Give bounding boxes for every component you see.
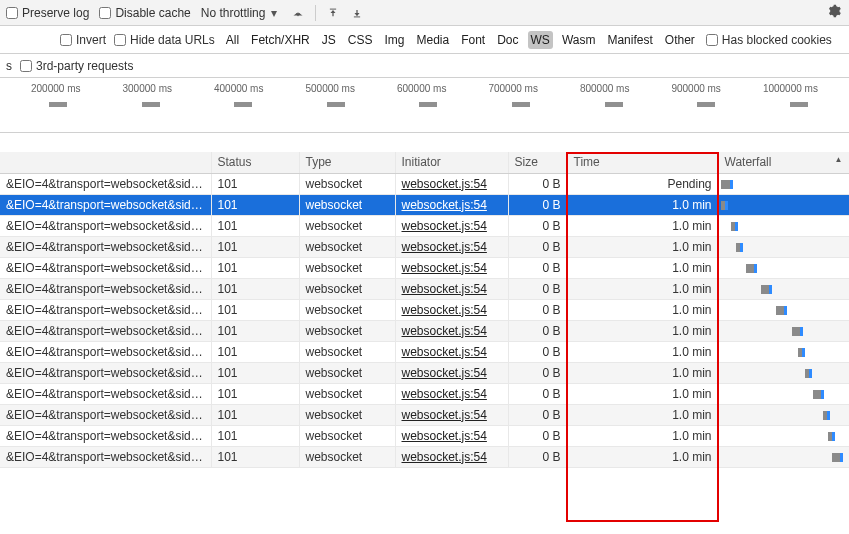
table-row[interactable]: &EIO=4&transport=websocket&sid=...101web… <box>0 236 849 257</box>
initiator-link[interactable]: websocket.js:54 <box>402 219 487 233</box>
disable-cache-checkbox-wrap[interactable]: Disable cache <box>99 6 190 20</box>
filter-tab-media[interactable]: Media <box>413 31 452 49</box>
initiator-link[interactable]: websocket.js:54 <box>402 366 487 380</box>
upload-icon[interactable] <box>326 6 340 20</box>
cell-name[interactable]: &EIO=4&transport=websocket&sid=... <box>0 404 211 425</box>
cell-status: 101 <box>211 215 299 236</box>
table-row[interactable]: &EIO=4&transport=websocket&sid=...101web… <box>0 425 849 446</box>
filter-tab-wasm[interactable]: Wasm <box>559 31 599 49</box>
third-party-checkbox-wrap[interactable]: 3rd-party requests <box>20 59 133 73</box>
cell-name[interactable]: &EIO=4&transport=websocket&sid=... <box>0 194 211 215</box>
waterfall-download-bar <box>827 411 830 420</box>
svg-rect-1 <box>330 8 336 9</box>
initiator-link[interactable]: websocket.js:54 <box>402 177 487 191</box>
timeline-tick: 300000 ms <box>122 83 171 94</box>
table-row[interactable]: &EIO=4&transport=websocket&sid=...101web… <box>0 299 849 320</box>
col-header-type[interactable]: Type <box>299 152 395 173</box>
cell-name[interactable]: &EIO=4&transport=websocket&sid=... <box>0 383 211 404</box>
timeline-bar <box>605 102 623 107</box>
filter-tab-ws[interactable]: WS <box>528 31 553 49</box>
cell-waterfall <box>718 236 849 257</box>
initiator-link[interactable]: websocket.js:54 <box>402 429 487 443</box>
initiator-link[interactable]: websocket.js:54 <box>402 261 487 275</box>
timeline-overview[interactable]: 200000 ms300000 ms400000 ms500000 ms6000… <box>0 78 849 133</box>
preserve-log-label: Preserve log <box>22 6 89 20</box>
cell-name[interactable]: &EIO=4&transport=websocket&sid=... <box>0 257 211 278</box>
filter-tab-doc[interactable]: Doc <box>494 31 521 49</box>
col-header-initiator[interactable]: Initiator <box>395 152 508 173</box>
table-row[interactable]: &EIO=4&transport=websocket&sid=...101web… <box>0 404 849 425</box>
table-row[interactable]: &EIO=4&transport=websocket&sid=...101web… <box>0 320 849 341</box>
initiator-link[interactable]: websocket.js:54 <box>402 303 487 317</box>
cell-status: 101 <box>211 341 299 362</box>
cell-type: websocket <box>299 341 395 362</box>
cell-name[interactable]: &EIO=4&transport=websocket&sid=... <box>0 173 211 194</box>
col-header-name[interactable] <box>0 152 211 173</box>
cell-waterfall <box>718 320 849 341</box>
cell-initiator: websocket.js:54 <box>395 299 508 320</box>
table-row[interactable]: &EIO=4&transport=websocket&sid=...101web… <box>0 341 849 362</box>
filter-tab-manifest[interactable]: Manifest <box>604 31 655 49</box>
cell-type: websocket <box>299 404 395 425</box>
table-row[interactable]: &EIO=4&transport=websocket&sid=...101web… <box>0 383 849 404</box>
hide-data-urls-checkbox-wrap[interactable]: Hide data URLs <box>114 33 215 47</box>
waterfall-download-bar <box>840 453 843 462</box>
filter-tab-css[interactable]: CSS <box>345 31 376 49</box>
download-icon[interactable] <box>350 6 364 20</box>
table-row[interactable]: &EIO=4&transport=websocket&sid=...101web… <box>0 362 849 383</box>
cell-time: 1.0 min <box>567 194 718 215</box>
initiator-link[interactable]: websocket.js:54 <box>402 387 487 401</box>
col-header-status[interactable]: Status <box>211 152 299 173</box>
cell-name[interactable]: &EIO=4&transport=websocket&sid=... <box>0 320 211 341</box>
filter-tab-font[interactable]: Font <box>458 31 488 49</box>
waterfall-download-bar <box>735 222 738 231</box>
table-row[interactable]: &EIO=4&transport=websocket&sid=...101web… <box>0 257 849 278</box>
cell-name[interactable]: &EIO=4&transport=websocket&sid=... <box>0 236 211 257</box>
has-blocked-cookies-checkbox-wrap[interactable]: Has blocked cookies <box>706 33 832 47</box>
cell-initiator: websocket.js:54 <box>395 446 508 467</box>
col-header-size[interactable]: Size <box>508 152 567 173</box>
cell-name[interactable]: &EIO=4&transport=websocket&sid=... <box>0 278 211 299</box>
col-header-time[interactable]: Time <box>567 152 718 173</box>
third-party-checkbox[interactable] <box>20 60 32 72</box>
initiator-link[interactable]: websocket.js:54 <box>402 282 487 296</box>
invert-checkbox[interactable] <box>60 34 72 46</box>
initiator-link[interactable]: websocket.js:54 <box>402 324 487 338</box>
cell-name[interactable]: &EIO=4&transport=websocket&sid=... <box>0 362 211 383</box>
filter-tab-js[interactable]: JS <box>319 31 339 49</box>
throttling-dropdown[interactable]: No throttling ▾ <box>201 6 282 20</box>
initiator-link[interactable]: websocket.js:54 <box>402 240 487 254</box>
preserve-log-checkbox-wrap[interactable]: Preserve log <box>6 6 89 20</box>
cell-name[interactable]: &EIO=4&transport=websocket&sid=... <box>0 425 211 446</box>
preserve-log-checkbox[interactable] <box>6 7 18 19</box>
initiator-link[interactable]: websocket.js:54 <box>402 450 487 464</box>
cell-name[interactable]: &EIO=4&transport=websocket&sid=... <box>0 341 211 362</box>
network-conditions-icon[interactable] <box>291 6 305 20</box>
table-row[interactable]: &EIO=4&transport=websocket&sid=...101web… <box>0 446 849 467</box>
filter-tab-all[interactable]: All <box>223 31 242 49</box>
invert-checkbox-wrap[interactable]: Invert <box>60 33 106 47</box>
has-blocked-cookies-checkbox[interactable] <box>706 34 718 46</box>
cell-name[interactable]: &EIO=4&transport=websocket&sid=... <box>0 446 211 467</box>
disable-cache-checkbox[interactable] <box>99 7 111 19</box>
table-row[interactable]: &EIO=4&transport=websocket&sid=...101web… <box>0 278 849 299</box>
cell-name[interactable]: &EIO=4&transport=websocket&sid=... <box>0 215 211 236</box>
table-row[interactable]: &EIO=4&transport=websocket&sid=...101web… <box>0 173 849 194</box>
initiator-link[interactable]: websocket.js:54 <box>402 408 487 422</box>
third-party-label: 3rd-party requests <box>36 59 133 73</box>
filter-tab-other[interactable]: Other <box>662 31 698 49</box>
initiator-link[interactable]: websocket.js:54 <box>402 198 487 212</box>
timeline-bar <box>419 102 437 107</box>
filter-tab-fetchxhr[interactable]: Fetch/XHR <box>248 31 313 49</box>
cell-waterfall <box>718 299 849 320</box>
gear-icon[interactable] <box>825 2 843 23</box>
cell-name[interactable]: &EIO=4&transport=websocket&sid=... <box>0 299 211 320</box>
col-header-waterfall[interactable]: Waterfall <box>718 152 849 173</box>
hide-data-urls-checkbox[interactable] <box>114 34 126 46</box>
initiator-link[interactable]: websocket.js:54 <box>402 345 487 359</box>
table-row[interactable]: &EIO=4&transport=websocket&sid=...101web… <box>0 215 849 236</box>
waterfall-download-bar <box>730 180 733 189</box>
filter-tab-img[interactable]: Img <box>381 31 407 49</box>
table-row[interactable]: &EIO=4&transport=websocket&sid=...101web… <box>0 194 849 215</box>
timeline-tick: 500000 ms <box>305 83 354 94</box>
